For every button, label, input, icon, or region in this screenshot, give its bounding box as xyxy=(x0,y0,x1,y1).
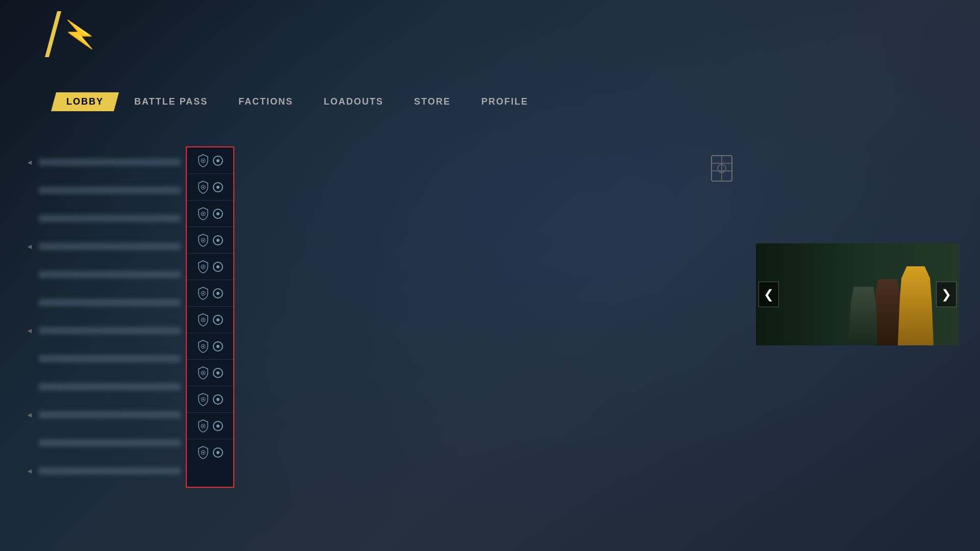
svg-point-15 xyxy=(202,319,204,320)
list-item: ◄ xyxy=(26,149,181,176)
target-icon xyxy=(213,262,223,272)
shield-icon xyxy=(198,446,209,459)
player-name xyxy=(39,243,181,250)
shield-icon xyxy=(198,393,209,406)
player-name xyxy=(39,327,181,334)
target-icon xyxy=(213,368,223,378)
list-item xyxy=(187,280,233,307)
game-logo-icon: ⚡ xyxy=(65,19,99,50)
svg-point-5 xyxy=(202,186,204,188)
target-icon xyxy=(213,421,223,431)
player-name xyxy=(39,467,181,474)
target-icon xyxy=(213,447,223,458)
list-item xyxy=(187,147,233,174)
list-item: ◄ xyxy=(26,317,181,344)
players-list: ◄ ◄ xyxy=(21,146,234,488)
list-item xyxy=(187,360,233,386)
svg-point-17 xyxy=(202,345,204,347)
shield-icon xyxy=(198,287,209,300)
player-name xyxy=(39,299,181,306)
tab-profile[interactable]: PROFILE xyxy=(466,92,544,111)
mute-icon: ◄ xyxy=(26,242,36,251)
player-name xyxy=(39,383,181,390)
shield-icon xyxy=(198,207,209,220)
players-names-col: ◄ ◄ xyxy=(21,146,186,488)
svg-point-21 xyxy=(202,398,204,400)
list-item: ◄ xyxy=(26,233,181,260)
player-name xyxy=(39,215,181,222)
faction-logo xyxy=(706,153,737,184)
tab-battlepass[interactable]: BATTLE PASS xyxy=(119,92,223,111)
mute-icon: ◄ xyxy=(26,411,36,419)
list-item xyxy=(26,373,181,400)
mute-icon: ◄ xyxy=(26,467,36,475)
mute-icon: ◄ xyxy=(26,158,36,166)
tab-store[interactable]: STORE xyxy=(399,92,466,111)
list-item xyxy=(187,386,233,413)
shield-icon xyxy=(198,154,209,167)
mute-icon: ◄ xyxy=(26,327,36,335)
target-icon xyxy=(213,341,223,352)
target-icon xyxy=(213,235,223,245)
player-icons-column xyxy=(186,146,234,488)
list-item xyxy=(26,289,181,316)
svg-point-7 xyxy=(202,213,204,214)
player-name xyxy=(39,187,181,194)
player-name xyxy=(39,159,181,166)
list-item xyxy=(26,345,181,372)
tab-lobby[interactable]: LOBBY xyxy=(51,92,119,111)
target-icon xyxy=(213,156,223,166)
list-item xyxy=(187,174,233,201)
list-item xyxy=(187,439,233,466)
player-name xyxy=(39,439,181,446)
list-item xyxy=(26,430,181,456)
player-name xyxy=(39,271,181,278)
shield-icon xyxy=(198,340,209,353)
shield-icon xyxy=(198,234,209,247)
players-panel: PLAYERS 12/12 ◄ xyxy=(20,122,235,488)
list-item xyxy=(187,307,233,333)
shield-icon xyxy=(198,419,209,433)
shield-icon xyxy=(198,181,209,194)
target-icon xyxy=(213,315,223,325)
target-icon xyxy=(213,288,223,298)
target-icon xyxy=(213,394,223,405)
shield-icon xyxy=(198,366,209,380)
character-silhouette-1 xyxy=(898,266,934,345)
list-item xyxy=(187,413,233,439)
list-item xyxy=(26,177,181,204)
target-icon xyxy=(213,209,223,219)
player-name xyxy=(39,355,181,362)
tab-loadouts[interactable]: LOADOUTS xyxy=(308,92,399,111)
newsfeed-image: ❮ ❯ xyxy=(756,243,959,345)
list-item xyxy=(187,333,233,360)
newsfeed-next-button[interactable]: ❯ xyxy=(936,282,957,307)
list-item xyxy=(187,254,233,280)
shield-icon xyxy=(198,313,209,327)
svg-point-23 xyxy=(202,425,204,427)
shield-icon xyxy=(198,260,209,273)
svg-point-9 xyxy=(202,239,204,241)
list-item: ◄ xyxy=(26,458,181,484)
newsfeed-prev-button[interactable]: ❮ xyxy=(758,282,779,307)
list-item xyxy=(26,205,181,232)
list-item xyxy=(26,261,181,288)
player-name xyxy=(39,411,181,418)
svg-point-25 xyxy=(202,452,204,454)
list-item xyxy=(187,201,233,227)
list-item xyxy=(187,227,233,254)
svg-point-3 xyxy=(202,160,204,161)
svg-point-11 xyxy=(202,266,204,267)
list-item: ◄ xyxy=(26,402,181,428)
svg-point-13 xyxy=(202,292,204,294)
svg-point-19 xyxy=(202,372,204,373)
target-icon xyxy=(213,182,223,192)
tab-factions[interactable]: FACTIONS xyxy=(223,92,308,111)
character-silhouette-3 xyxy=(849,287,877,345)
